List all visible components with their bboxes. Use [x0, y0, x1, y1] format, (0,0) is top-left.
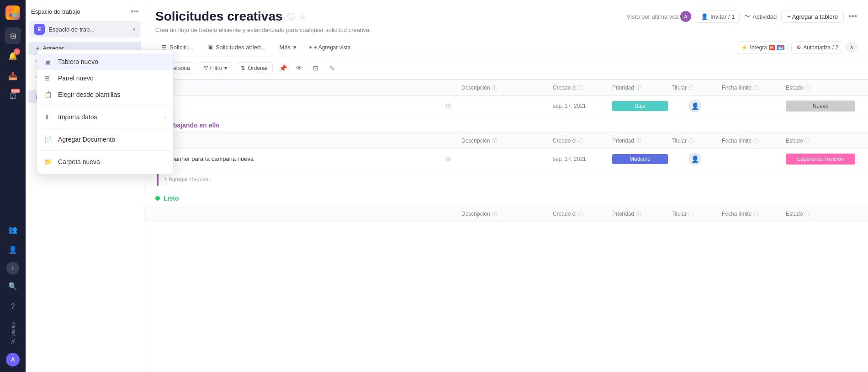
th-estado-info-t[interactable]: ⓘ: [804, 138, 810, 144]
add-request-cell[interactable]: + Agregar Request: [155, 170, 857, 188]
invite-button[interactable]: 👤 Invitar / 1: [696, 11, 740, 23]
table-area: Descripción ⓘ Creado el ⓘ Prioridad ⓘ Ti…: [144, 80, 868, 372]
page-more-options[interactable]: •••: [848, 12, 857, 21]
eye-button[interactable]: 👁: [293, 62, 306, 74]
app-logo: [5, 5, 20, 20]
th-desc-info-icon[interactable]: ⓘ: [492, 85, 497, 91]
cell-add-nuevo[interactable]: ⊕: [443, 100, 460, 112]
th-desc-info-t[interactable]: ⓘ: [492, 138, 497, 144]
th-priority-info-icon[interactable]: ⓘ: [636, 85, 641, 91]
dropdown-divider-3: [37, 150, 173, 151]
tasks-nav-icon[interactable]: ☑ New: [5, 88, 21, 104]
integrate-button[interactable]: ⚡ Integra M 📅: [737, 41, 789, 54]
collapse-toolbar-button[interactable]: ∧: [846, 42, 857, 53]
columns-button[interactable]: ⊡: [309, 62, 322, 74]
add-table-label: + Agregar a tablero: [787, 13, 838, 20]
ver-planes-label[interactable]: Ver planes: [9, 319, 17, 347]
dropdown-item-carpeta-nueva[interactable]: 📁 Carpeta nueva: [37, 154, 173, 170]
th-priority-info-l[interactable]: ⓘ: [636, 211, 641, 218]
group-header-trabajando[interactable]: Trabajando en ello: [144, 116, 868, 133]
user-avatar-bottom[interactable]: A: [6, 353, 20, 367]
th-created-info-t[interactable]: ⓘ: [578, 138, 583, 144]
add-view-button[interactable]: + + Agregar vista: [304, 42, 355, 53]
search-nav-icon[interactable]: 🔍: [5, 278, 21, 295]
invite-icon: 👤: [701, 13, 708, 20]
cell-desc-trabajando: [460, 157, 551, 161]
automate-button[interactable]: ⚙ Automatiza / 2: [791, 41, 843, 54]
group-dot-listo: [155, 196, 160, 201]
sidebar-options-dots[interactable]: •••: [131, 7, 138, 16]
task-cell-nuevo-1[interactable]: [155, 97, 443, 115]
dropdown-item-tablero-nuevo[interactable]: ▣ Tablero nuevo: [37, 53, 173, 70]
th-titular-info-t[interactable]: ⓘ: [688, 138, 693, 144]
th-desc-info-l[interactable]: ⓘ: [492, 211, 497, 218]
dropdown-item-agregar-documento[interactable]: 📄 Agregar Documento: [37, 131, 173, 148]
tab-solicitudes-abiertas-label: Solicitudes abiert...: [216, 44, 266, 51]
group-listo: Listo Descripción ⓘ Creado el ⓘ Priorida…: [144, 189, 868, 222]
th-add-trabajando: [443, 137, 460, 144]
group-trabajando: Trabajando en ello Descripción ⓘ Creado …: [144, 116, 868, 189]
priority-badge-baja[interactable]: Baja: [612, 101, 668, 111]
filter-button[interactable]: ▽ Filtro ▾: [199, 62, 233, 74]
dropdown-item-elegir-plantillas[interactable]: 📋 Elegir desde plantillas: [37, 86, 173, 103]
tablero-nuevo-icon: ▣: [44, 58, 53, 65]
workspace-selector[interactable]: E Espacio de trab... ▾: [29, 21, 140, 37]
page-info-icon[interactable]: ⓘ: [287, 12, 295, 21]
last-seen-avatar: A: [680, 11, 691, 22]
tab-mas[interactable]: Más ▾: [274, 41, 303, 54]
th-titular-trabajando: Titular ⓘ: [670, 134, 720, 148]
automate-icon: ⚙: [796, 44, 801, 51]
grid-nav-icon[interactable]: ⊞: [5, 27, 21, 44]
tab-solicitudes-abiertas[interactable]: ▣ Solicitudes abiert...: [201, 41, 272, 54]
edit-button[interactable]: ✎: [326, 62, 339, 74]
th-fecha-nuevo: Fecha límite ⓘ: [720, 81, 784, 95]
th-estado-info-icon[interactable]: ⓘ: [804, 85, 810, 91]
dropdown-item-panel-nuevo[interactable]: ⊞ Panel nuevo: [37, 70, 173, 86]
status-badge-esperando[interactable]: Esperando revisión: [786, 154, 855, 165]
th-created-info-icon[interactable]: ⓘ: [578, 85, 583, 91]
page-star-icon[interactable]: ☆: [299, 12, 306, 21]
filter-icon: ▽: [204, 65, 208, 71]
activity-button[interactable]: 〜 Actividad: [744, 12, 777, 21]
task-cell-trabajando-1[interactable]: Un banner para la campaña nueva: [155, 150, 443, 168]
priority-badge-mediano[interactable]: Mediano: [612, 154, 668, 164]
dropdown-item-importa-datos[interactable]: ⬇ Importa datos ›: [37, 109, 173, 125]
sort-button[interactable]: ⇅ Ordenar: [236, 62, 273, 74]
th-created-info-l[interactable]: ⓘ: [578, 211, 583, 218]
th-fecha-info-l[interactable]: ⓘ: [753, 211, 758, 218]
titular-avatar-t: 👤: [688, 153, 701, 165]
agregar-documento-icon: 📄: [44, 136, 53, 143]
add-view-label: + Agregar vista: [314, 44, 350, 51]
group-header-listo[interactable]: Listo: [144, 189, 868, 206]
people-nav-icon[interactable]: 👥: [5, 222, 21, 238]
status-badge-nuevo[interactable]: Nuevo: [786, 101, 855, 112]
th-fecha-info-t[interactable]: ⓘ: [753, 138, 758, 144]
header-right: Visto por última vez A 👤 Invitar / 1 〜 A…: [627, 11, 857, 23]
th-task-trabajando: [155, 137, 443, 144]
group-nuevo-header-row: Descripción ⓘ Creado el ⓘ Prioridad ⓘ Ti…: [144, 80, 868, 96]
dropdown-menu: ▣ Tablero nuevo ⊞ Panel nuevo 📋 Elegir d…: [37, 49, 174, 174]
cell-estado-nuevo: Nuevo: [784, 99, 857, 113]
add-to-table-button[interactable]: + Agregar a tablero: [781, 11, 844, 23]
th-descripcion-listo: Descripción ⓘ: [460, 207, 551, 221]
cell-titular-trabajando: 👤: [670, 151, 720, 167]
add-row-icon-t[interactable]: ⊕: [445, 154, 451, 163]
bell-nav-icon[interactable]: 🔔 1: [5, 48, 21, 64]
th-priority-info-t[interactable]: ⓘ: [636, 138, 641, 144]
th-descripcion-nuevo: Descripción ⓘ: [460, 81, 551, 95]
person-nav-icon[interactable]: 👤: [5, 242, 21, 258]
th-estado-info-l[interactable]: ⓘ: [804, 211, 810, 218]
th-task-nuevo: [155, 84, 443, 91]
cell-add-trabajando[interactable]: ⊕: [443, 153, 460, 165]
th-fecha-listo: Fecha límite ⓘ: [720, 207, 784, 221]
last-seen-section: Visto por última vez A: [627, 11, 691, 22]
inbox-nav-icon[interactable]: 📥: [5, 68, 21, 84]
add-request-label[interactable]: + Agregar Request: [162, 173, 212, 185]
th-titular-info-l[interactable]: ⓘ: [688, 211, 693, 218]
th-titular-info-icon[interactable]: ⓘ: [688, 85, 693, 91]
pin-button[interactable]: 📌: [276, 62, 289, 74]
add-nav-icon[interactable]: +: [6, 262, 19, 275]
th-fecha-info-icon[interactable]: ⓘ: [753, 85, 758, 91]
question-nav-icon[interactable]: ?: [5, 298, 21, 315]
add-row-icon[interactable]: ⊕: [445, 101, 451, 110]
